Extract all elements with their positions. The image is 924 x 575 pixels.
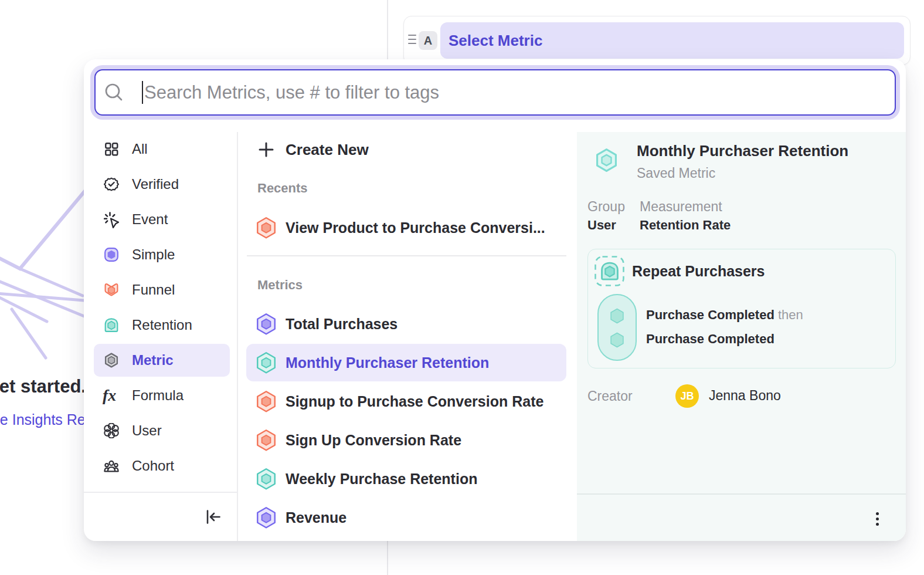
svg-text:fx: fx: [103, 386, 116, 404]
